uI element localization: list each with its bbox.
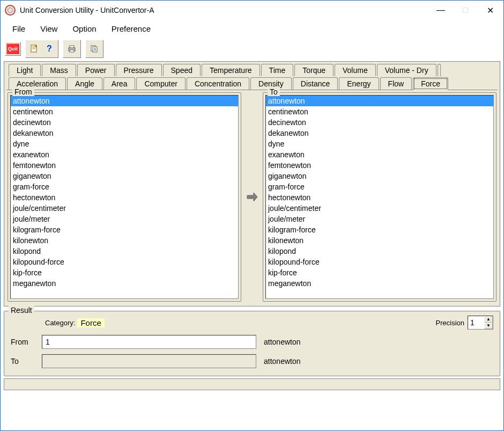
list-item[interactable]: kilonewton [11,235,238,246]
tab-row-1: LightMassPowerPressureSpeedTemperatureTi… [6,63,498,76]
tab-mass[interactable]: Mass [42,64,76,76]
from-unit-label: attonewton [264,338,301,346]
tab-concentration[interactable]: Concentration [187,77,249,90]
result-label: Result [9,306,34,315]
menu-preference[interactable]: Preference [104,22,158,35]
tab-angle[interactable]: Angle [67,77,102,90]
tab-torque[interactable]: Torque [294,64,333,76]
tab-volume-dry[interactable]: Volume - Dry [377,64,436,76]
tab-light[interactable]: Light [9,64,41,76]
menu-view[interactable]: View [33,22,65,35]
conversion-panels: From attonewtoncentinewtondecinewtondeka… [6,90,498,304]
precision-down[interactable]: ▼ [484,323,493,329]
menubar: File View Option Preference [1,20,503,38]
from-listbox[interactable]: attonewtoncentinewtondecinewtondekanewto… [10,95,239,299]
tab-volume[interactable]: Volume [335,64,376,76]
list-item[interactable]: joule/meter [11,214,238,224]
precision-input[interactable] [468,316,484,329]
from-label: From [12,87,34,96]
list-item[interactable]: joule/meter [266,214,493,224]
tab-pressure[interactable]: Pressure [116,64,162,76]
category-value: Force [77,318,104,327]
svg-rect-2 [70,46,74,48]
list-item[interactable]: femtonewton [266,160,493,171]
to-listbox[interactable]: attonewtoncentinewtondecinewtondekanewto… [265,95,494,299]
list-item[interactable]: giganewton [11,171,238,181]
list-item[interactable]: hectonewton [11,192,238,203]
list-item[interactable]: meganewton [11,278,238,289]
menu-file[interactable]: File [5,22,33,35]
list-item[interactable]: attonewton [11,96,238,106]
list-item[interactable]: joule/centimeter [11,203,238,214]
list-item[interactable]: kilogram-force [266,224,493,235]
list-item[interactable]: kilonewton [266,235,493,246]
list-item[interactable]: decinewton [266,117,493,128]
list-item[interactable]: gram-force [266,181,493,192]
print-icon[interactable] [64,41,79,56]
tab-time[interactable]: Time [261,64,294,76]
list-item[interactable]: centinewton [11,106,238,117]
to-row-label: To [11,357,36,366]
list-item[interactable]: dekanewton [266,128,493,138]
tab-force[interactable]: Force [413,77,448,90]
svg-rect-3 [70,50,74,52]
maximize-button: □ [453,2,478,18]
tab-flow[interactable]: Flow [380,77,412,90]
list-item[interactable]: kip-force [11,267,238,278]
list-item[interactable]: dyne [266,138,493,149]
tab-temperature[interactable]: Temperature [202,64,260,76]
list-item[interactable]: decinewton [11,117,238,128]
tab-distance[interactable]: Distance [293,77,338,90]
from-panel: From attonewtoncentinewtondecinewtondeka… [8,92,241,302]
list-item[interactable]: meganewton [266,278,493,289]
window-controls: — □ ✕ [428,2,502,18]
result-panel: Result Category: Force Precision ▲ ▼ Fro… [4,311,500,376]
list-item[interactable]: dekanewton [11,128,238,138]
list-item[interactable]: kilogram-force [11,224,238,235]
to-panel: To attonewtoncentinewtondecinewtondekane… [263,92,496,302]
to-unit-label: attonewton [264,357,301,366]
list-item[interactable]: kilopond [266,246,493,257]
tab-energy[interactable]: Energy [339,77,379,90]
list-item[interactable]: kip-force [266,267,493,278]
tab-area[interactable]: Area [103,77,136,90]
tab-row-2: AccelerationAngleAreaComputerConcentrati… [6,76,498,90]
list-item[interactable]: kilopond [11,246,238,257]
minimize-button[interactable]: — [428,2,453,18]
titlebar: Unit Conversion Utility - UnitConvertor-… [1,1,503,20]
arrow-icon [244,189,260,204]
menu-option[interactable]: Option [65,22,103,35]
list-item[interactable]: kilopound-force [266,257,493,267]
list-item[interactable]: femtonewton [11,160,238,171]
list-item[interactable]: gram-force [11,181,238,192]
from-row-label: From [11,338,36,346]
precision-up[interactable]: ▲ [484,316,493,323]
from-value-input[interactable] [42,335,256,349]
list-item[interactable]: attonewton [266,96,493,106]
main-content: LightMassPowerPressureSpeedTemperatureTi… [4,61,500,306]
list-item[interactable]: hectonewton [266,192,493,203]
tab-computer[interactable]: Computer [136,77,185,90]
precision-spinner[interactable]: ▲ ▼ [468,316,493,330]
document-icon[interactable] [27,41,42,56]
list-item[interactable]: centinewton [266,106,493,117]
app-icon [5,5,16,16]
list-item[interactable]: joule/centimeter [266,203,493,214]
copy-icon[interactable] [87,41,102,56]
category-label: Category: [45,319,75,327]
to-value-output [42,354,256,368]
list-item[interactable]: giganewton [266,171,493,181]
window-title: Unit Conversion Utility - UnitConvertor-… [20,6,428,14]
quit-button[interactable]: Quit [6,43,19,54]
precision-label: Precision [436,319,464,327]
to-label: To [268,87,280,96]
tab-speed[interactable]: Speed [163,64,201,76]
list-item[interactable]: kilopound-force [11,257,238,267]
list-item[interactable]: exanewton [11,149,238,160]
close-button[interactable]: ✕ [478,2,502,18]
help-icon[interactable]: ? [42,41,57,56]
list-item[interactable]: exanewton [266,149,493,160]
toolbar: Quit ? [1,38,503,61]
tab-power[interactable]: Power [77,64,115,76]
list-item[interactable]: dyne [11,138,238,149]
